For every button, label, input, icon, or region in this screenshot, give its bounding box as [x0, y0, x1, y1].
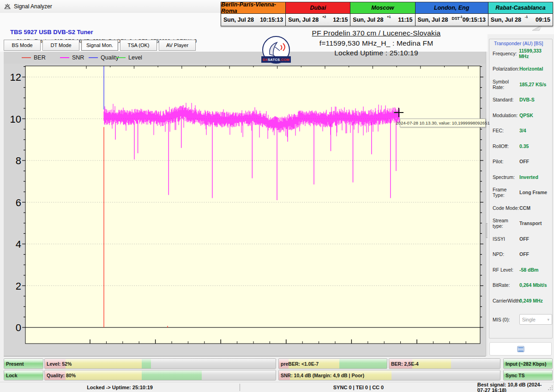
field-value: Transport	[519, 220, 542, 226]
field-label: Frequency:	[493, 51, 519, 56]
chart-plot-area[interactable]: 024681012	[4, 52, 486, 356]
world-clock: Berlin-Paris-Vienna-Roma Sun, Jul 28 10:…	[221, 2, 286, 26]
dxsatcs-logo-text: DXSATCS.COM	[261, 56, 291, 63]
transponder-field-row: Code Mode: CCM	[489, 200, 552, 216]
field-label: Polarization:	[493, 66, 519, 71]
clock-date: Sun, Jul 28	[491, 17, 521, 23]
meter-syncts: Sync TS	[503, 370, 553, 380]
stream-list-button[interactable]	[489, 342, 552, 356]
tab-av-player[interactable]: AV Player	[159, 40, 196, 51]
monitor-header: PF Prodelin 370 cm / Lucenec-Slovakia f=…	[284, 29, 469, 57]
chart-tooltip: 2024-07-28 10.13.30, value: 10,199999809…	[400, 119, 486, 127]
mis-select[interactable]: Single▾	[519, 314, 552, 325]
clock-time: 09:15	[536, 17, 550, 23]
meter-lock: Lock	[4, 370, 43, 380]
clock-utc-offset: +2	[322, 15, 326, 21]
status-best-signal: Best signal: 10,8 dB (2024-07-27 16:18)	[477, 382, 548, 392]
field-value: OFF	[519, 251, 529, 257]
field-value: -58 dBm	[519, 267, 538, 273]
tuner-title: TBS 5927 USB DVB-S2 Tuner	[10, 29, 93, 36]
antenna-location-label: PF Prodelin 370 cm / Lucenec-Slovakia	[284, 29, 469, 37]
signal-analyzer-window: Signal Analyzer Berlin-Paris-Vienna-Roma…	[0, 0, 554, 392]
world-clocks-panel: Berlin-Paris-Vienna-Roma Sun, Jul 28 10:…	[221, 2, 553, 26]
transponder-field-row: NPD: OFF	[489, 247, 552, 262]
meter-label-quality: Quality: 80%	[45, 373, 76, 378]
field-value: OFF	[519, 159, 529, 164]
field-value: QPSK	[519, 113, 533, 118]
transponder-field-row: CarrierWidth: 0,249 MHz	[489, 293, 552, 309]
locked-uptime-label: Locked Uptime : 25:10:19	[284, 49, 469, 57]
dxsatcs-logo: DXSATCS.COM	[261, 36, 291, 65]
meter-input: Input (~282 Kbps)	[503, 358, 553, 369]
tab-signal-mon-[interactable]: Signal Mon.	[81, 40, 118, 51]
clock-city-label: Dubai	[286, 2, 350, 14]
meter-level: Level: 52%	[44, 358, 276, 369]
field-value: DVB-S	[519, 97, 535, 102]
status-sync-counters: SYNC 0 | TEI 0 | CC 0	[240, 382, 477, 392]
transponder-field-row: RollOff: 0.35	[489, 138, 552, 154]
clock-date: Sun, Jul 28	[353, 17, 383, 23]
field-label: Stream type:	[493, 218, 519, 229]
transponder-field-row: Modulation: QPSK	[489, 107, 552, 123]
clock-utc-offset: -1	[525, 15, 528, 21]
field-value: 0,249 MHz	[519, 298, 543, 303]
transponder-field-row: Spectrum: Inverted	[489, 169, 552, 185]
status-uptime: Locked -> Uptime: 25:10:19	[0, 382, 240, 392]
tab-tsa-ok-[interactable]: TSA (OK)	[120, 40, 157, 51]
clock-date: Sun, Jul 28	[418, 17, 448, 23]
meter-quality: Quality: 80%	[44, 370, 276, 380]
transponder-field-row: RF Level: -58 dBm	[489, 262, 552, 278]
meter-snr: SNR: 10,4 dB (Margin: 4,9 dB | Poor)	[278, 370, 500, 380]
field-label: BitRate:	[493, 282, 519, 288]
world-clock: Rabat-Casablanca Sun, Jul 28 -1 09:15	[488, 2, 553, 26]
transponder-field-row: Symbol Rate: 185,27 KS/s	[489, 77, 552, 92]
meter-label-snr: SNR: 10,4 dB (Margin: 4,9 dB | Poor)	[279, 373, 364, 378]
chevron-down-icon: ▾	[547, 317, 549, 322]
meter-label-preber: preBER: <1.0E-7	[279, 361, 319, 367]
field-value: 0,264 Mbit/s	[519, 282, 547, 288]
meter-present: Present	[4, 358, 43, 369]
mis-row: MIS (0):Single▾	[489, 310, 552, 329]
field-value: 11599,333 MHz	[519, 48, 552, 59]
field-label: RollOff:	[493, 143, 519, 149]
mis-label: MIS (0):	[493, 317, 518, 322]
svg-text:2: 2	[16, 280, 21, 292]
meter-label-syncts: Sync TS	[504, 373, 524, 378]
transponder-field-row: Polarization: Horizontal	[489, 61, 552, 77]
meter-ber: BER: 2,5E-4	[389, 358, 500, 369]
field-label: ISSYI	[493, 236, 519, 242]
field-value: CCM	[519, 205, 530, 211]
frequency-channel-label: f=11599,530 MHz_H_ : Medina FM	[284, 39, 469, 48]
field-value: 185,27 KS/s	[519, 82, 546, 87]
world-clock: Moscow Sun, Jul 28 +1 11:15	[350, 2, 415, 26]
clock-utc-offset: DST-1	[452, 15, 463, 21]
field-value: Long Frame	[519, 190, 547, 195]
transponder-field-row: Pilot: OFF	[489, 154, 552, 170]
mode-tabs: BS ModeDT ModeSignal Mon.TSA (OK)AV Play…	[4, 40, 196, 50]
field-label: Symbol Rate:	[493, 79, 519, 90]
clock-time: 12:15	[333, 17, 348, 23]
tab-dt-mode[interactable]: DT Mode	[42, 40, 79, 51]
transponder-field-row: Standard: DVB-S	[489, 92, 552, 108]
resize-grip[interactable]	[548, 385, 553, 391]
meter-label-present: Present	[4, 361, 24, 367]
clock-time: 09:15:13	[463, 17, 486, 23]
window-title: Signal Analyzer	[14, 3, 52, 10]
clock-city-label: Berlin-Paris-Vienna-Roma	[221, 2, 285, 14]
transponder-panel: Transponder (AU) [BS] Frequency: 11599,3…	[488, 34, 554, 357]
field-label: Modulation:	[493, 113, 519, 118]
world-clock: Dubai Sun, Jul 28 +2 12:15	[286, 2, 350, 26]
clock-city-label: Moscow	[350, 2, 415, 14]
svg-text:4: 4	[16, 238, 21, 250]
list-icon	[517, 346, 524, 352]
svg-text:12: 12	[10, 71, 21, 83]
signal-trend-chart[interactable]: BERSNRQualityLevel 024681012 2024-07-28 …	[4, 52, 486, 356]
clock-city-label: Rabat-Casablanca	[488, 2, 553, 14]
app-icon	[4, 3, 11, 10]
transponder-field-row: BitRate: 0,264 Mbit/s	[489, 278, 552, 293]
tab-bs-mode[interactable]: BS Mode	[4, 40, 41, 51]
transponder-field-row: Stream type: Transport	[489, 216, 552, 232]
field-value: OFF	[519, 236, 529, 242]
clock-time: 11:15	[398, 17, 412, 23]
field-label: RF Level:	[493, 267, 519, 273]
